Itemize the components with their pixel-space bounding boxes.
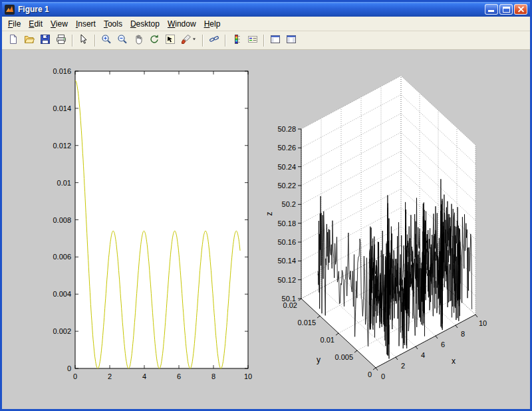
link-plot-button[interactable] [206, 33, 221, 48]
svg-text:4: 4 [421, 351, 425, 359]
show-plot-tools-icon [286, 34, 297, 47]
svg-text:50.2: 50.2 [282, 200, 296, 208]
show-plot-tools-button[interactable] [283, 33, 299, 48]
svg-text:50.28: 50.28 [277, 125, 296, 133]
matlab-figure-icon [5, 5, 15, 15]
edit-plot-button[interactable] [76, 33, 91, 48]
svg-text:4: 4 [142, 372, 146, 380]
svg-text:0.016: 0.016 [53, 67, 71, 75]
pan-icon [133, 34, 144, 47]
zoom-out-button[interactable] [114, 33, 130, 48]
svg-text:50.16: 50.16 [277, 238, 296, 246]
svg-text:8: 8 [211, 372, 215, 380]
brush-icon [181, 34, 197, 47]
brush-button[interactable] [178, 33, 199, 48]
hide-plot-tools-button[interactable] [267, 33, 283, 48]
hide-plot-tools-icon [270, 34, 281, 47]
insert-legend-button[interactable] [245, 33, 260, 48]
toolbar-separator [263, 35, 264, 47]
zoom-in-button[interactable] [98, 33, 114, 48]
menu-help[interactable]: Help [200, 17, 225, 31]
svg-text:50.12: 50.12 [277, 276, 296, 284]
svg-text:0.004: 0.004 [53, 290, 71, 298]
svg-text:0.01: 0.01 [57, 179, 71, 187]
figure-canvas: 024681000.0020.0040.0060.0080.010.0120.0… [2, 50, 530, 409]
link-plot-icon [209, 34, 219, 47]
menu-tools[interactable]: Tools [100, 17, 126, 31]
toolbar-separator [72, 35, 72, 47]
svg-text:0.015: 0.015 [297, 319, 316, 327]
svg-text:50.14: 50.14 [277, 257, 296, 265]
menu-bar: FileEditViewInsertToolsDesktopWindowHelp [2, 17, 530, 31]
svg-text:6: 6 [441, 341, 445, 348]
right-axes-3d-plot[interactable]: 024681000.0050.010.0150.0250.150.1250.14… [261, 57, 514, 406]
title-bar[interactable]: Figure 1 [2, 2, 530, 17]
svg-text:50.24: 50.24 [277, 163, 296, 171]
svg-text:50.22: 50.22 [277, 182, 296, 190]
svg-text:0.005: 0.005 [334, 353, 353, 361]
svg-text:2: 2 [401, 362, 405, 370]
insert-colorbar-icon [231, 34, 242, 47]
menu-view[interactable]: View [47, 17, 72, 31]
toolbar-separator [202, 35, 203, 47]
print-figure-icon [56, 34, 66, 47]
maximize-button[interactable] [499, 4, 513, 15]
svg-text:50.18: 50.18 [277, 219, 296, 227]
print-figure-button[interactable] [53, 33, 68, 48]
menu-edit[interactable]: Edit [25, 17, 47, 31]
open-file-icon [24, 34, 35, 47]
maximize-icon [503, 7, 510, 13]
toolbar-separator [225, 35, 225, 47]
svg-text:0.012: 0.012 [53, 142, 71, 150]
save-figure-icon [40, 34, 51, 47]
toolbar [2, 31, 530, 50]
menu-insert[interactable]: Insert [72, 17, 100, 31]
insert-colorbar-button[interactable] [229, 33, 244, 48]
rotate-3d-button[interactable] [146, 33, 162, 48]
close-icon [515, 5, 527, 14]
new-figure-icon [8, 34, 19, 47]
svg-text:0.002: 0.002 [53, 327, 71, 335]
left-axes-2d-plot[interactable]: 024681000.0020.0040.0060.0080.010.0120.0… [42, 65, 255, 390]
close-button[interactable] [514, 4, 527, 15]
svg-text:0.014: 0.014 [53, 104, 71, 112]
insert-legend-icon [247, 34, 258, 47]
svg-text:8: 8 [461, 330, 465, 338]
svg-text:6: 6 [177, 372, 181, 380]
zoom-out-icon [117, 34, 128, 47]
open-file-button[interactable] [21, 33, 37, 48]
svg-text:10: 10 [479, 319, 487, 327]
svg-text:50.26: 50.26 [277, 144, 296, 152]
svg-text:0.01: 0.01 [321, 336, 334, 344]
svg-text:0: 0 [73, 372, 77, 380]
figure-window: Figure 1 FileEditViewInsertToolsDesktopW… [0, 0, 532, 411]
svg-text:10: 10 [244, 372, 252, 380]
save-figure-button[interactable] [37, 33, 53, 48]
svg-text:0.008: 0.008 [53, 216, 71, 224]
menu-file[interactable]: File [4, 17, 25, 31]
menu-desktop[interactable]: Desktop [126, 17, 164, 31]
svg-text:2: 2 [108, 372, 112, 380]
svg-text:0: 0 [381, 372, 385, 380]
data-cursor-button[interactable] [162, 33, 178, 48]
minimize-icon [488, 10, 494, 12]
toolbar-separator [94, 35, 95, 47]
svg-text:y: y [317, 355, 321, 364]
svg-text:0: 0 [368, 370, 372, 378]
svg-text:0.006: 0.006 [53, 253, 71, 261]
new-figure-button[interactable] [5, 33, 21, 48]
minimize-button[interactable] [485, 4, 498, 15]
pan-button[interactable] [130, 33, 146, 48]
zoom-in-icon [101, 34, 112, 47]
svg-text:x: x [452, 356, 456, 366]
svg-text:0: 0 [67, 364, 71, 372]
window-title: Figure 1 [18, 5, 483, 14]
rotate-3d-icon [149, 34, 160, 47]
svg-text:z: z [265, 212, 274, 216]
svg-text:50.1: 50.1 [282, 295, 296, 303]
menu-window[interactable]: Window [164, 17, 200, 31]
data-cursor-icon [165, 34, 176, 47]
edit-plot-icon [78, 34, 89, 47]
